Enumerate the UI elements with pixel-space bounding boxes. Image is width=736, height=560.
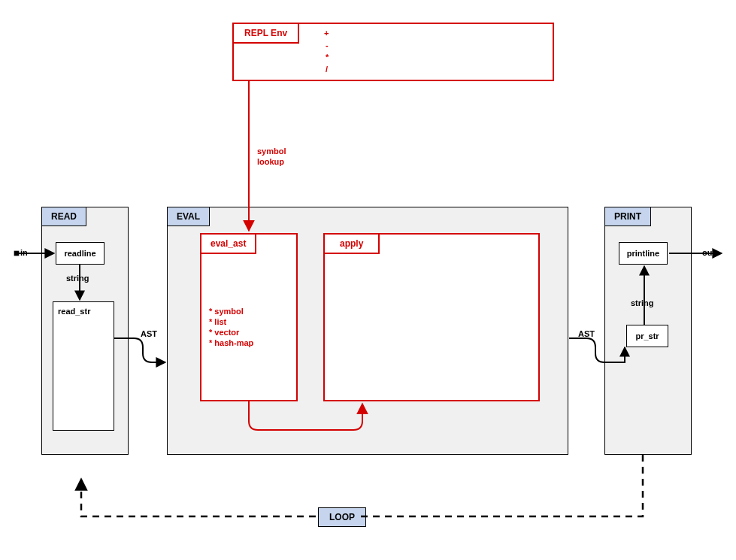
- in-label: in: [20, 248, 28, 257]
- repl-env-op-plus: +: [324, 29, 329, 38]
- print-title: PRINT: [604, 207, 651, 226]
- eval-ast-panel: eval_ast * symbol * list * vector * hash…: [200, 233, 298, 401]
- read-str-box: read_str: [53, 301, 114, 431]
- eval-ast-item-vector: * vector: [209, 328, 239, 337]
- read-str-label: read_str: [58, 307, 90, 316]
- printline-box: printline: [619, 242, 668, 265]
- out-label: out: [702, 248, 715, 257]
- ast-left-label: AST: [141, 329, 157, 338]
- pr-str-label: pr_str: [635, 331, 659, 341]
- repl-env-op-slash: /: [326, 65, 328, 74]
- read-string-label: string: [66, 274, 89, 283]
- eval-ast-item-hashmap: * hash-map: [209, 338, 253, 347]
- symbol-lookup-label-2: lookup: [257, 157, 284, 166]
- apply-panel: apply: [323, 233, 540, 401]
- printline-label: printline: [627, 249, 659, 258]
- print-string-label: string: [631, 298, 654, 307]
- loop-label: LOOP: [318, 507, 366, 527]
- eval-ast-item-symbol: * symbol: [209, 307, 244, 316]
- readline-box: readline: [56, 242, 104, 265]
- eval-ast-title: eval_ast: [200, 233, 256, 254]
- readline-label: readline: [64, 249, 95, 258]
- repl-env-title: REPL Env: [232, 23, 299, 44]
- symbol-lookup-label-1: symbol: [257, 147, 286, 156]
- apply-title: apply: [323, 233, 380, 254]
- read-title: READ: [41, 207, 86, 226]
- repl-env-op-minus: -: [326, 41, 329, 50]
- repl-env-op-star: *: [326, 53, 329, 62]
- ast-right-label: AST: [578, 329, 595, 338]
- repl-env-panel: REPL Env + - * /: [232, 23, 554, 81]
- eval-title: EVAL: [167, 207, 210, 226]
- eval-ast-item-list: * list: [209, 317, 226, 326]
- pr-str-box: pr_str: [626, 325, 668, 347]
